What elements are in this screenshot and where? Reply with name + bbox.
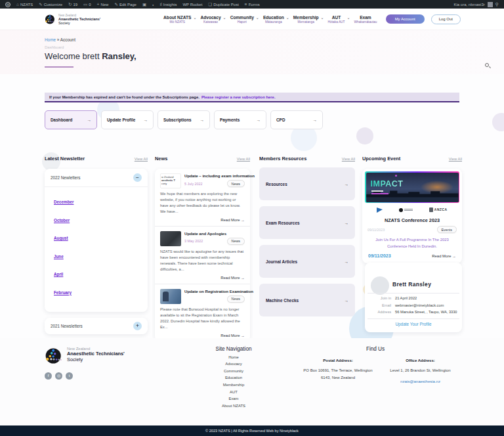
arrow-right-icon: → <box>257 118 261 122</box>
newsletter-view-all-link[interactable]: View All <box>135 157 148 161</box>
accordion-header-2022[interactable]: 2022 Newletters − <box>45 169 148 187</box>
news-date: 5 July 2022 <box>184 182 203 186</box>
avatar <box>488 2 493 7</box>
admin-comments-link[interactable]: 0 <box>83 2 91 7</box>
list-item: October <box>54 213 148 225</box>
tab-cpd[interactable]: CPD→ <box>270 110 323 129</box>
section-title: Upcoming Event <box>362 156 400 162</box>
news-item[interactable]: Update on Registration Examination News … <box>155 284 250 341</box>
dot-icon <box>152 3 154 7</box>
plus-icon <box>97 2 100 7</box>
footer-link-community[interactable]: Community <box>188 369 280 373</box>
news-excerpt: NZATS would like to apologise for any is… <box>160 249 245 272</box>
resource-card-exam-resources[interactable]: Exam Resources→ <box>259 206 355 239</box>
sponsor-logo-icon <box>377 207 383 213</box>
resources-view-all-link[interactable]: View All <box>342 157 355 161</box>
instagram-icon[interactable]: ◎ <box>55 372 62 380</box>
footer-link-exam[interactable]: Exam <box>188 397 280 401</box>
arrow-right-icon: → <box>313 118 318 122</box>
collapse-icon[interactable]: − <box>133 173 142 182</box>
tab-subscriptions[interactable]: Subscriptions→ <box>158 110 210 129</box>
footer-link-education[interactable]: Education <box>188 376 280 380</box>
tab-update-profile[interactable]: Update Profile→ <box>101 110 154 129</box>
nav-aut[interactable]: AUT Hōtaka AUT <box>328 15 345 24</box>
twitter-icon[interactable]: t <box>66 372 73 380</box>
wp-logo-icon[interactable]: W <box>5 2 10 7</box>
expand-icon[interactable]: + <box>133 322 142 330</box>
nav-about-nzats[interactable]: About NZATS Mō NZATS <box>163 15 191 24</box>
news-excerpt: We hope that members are exploring the n… <box>160 191 245 215</box>
newsletter-month-february[interactable]: February <box>54 290 72 295</box>
footer-link-advocacy[interactable]: Advocacy <box>188 362 280 366</box>
customize-icon <box>39 2 42 7</box>
admin-status-dot-icon[interactable] <box>152 3 154 7</box>
nzats-logo-icon <box>399 208 413 212</box>
newsletter-month-december[interactable]: December <box>54 200 74 204</box>
newsletter-accordion-2021[interactable]: 2021 Newsletters + <box>45 318 148 334</box>
read-more-link[interactable]: Read More → <box>160 276 245 280</box>
footer-link-aut[interactable]: AUT <box>188 390 280 394</box>
nav-exam[interactable]: Exam Whakamātautau <box>354 15 377 24</box>
list-item: April <box>54 267 148 278</box>
admin-updates-link[interactable]: 19 <box>68 2 77 7</box>
admin-edit-page-link[interactable]: Edit Page <box>114 2 136 7</box>
nav-community[interactable]: Community Hapori <box>230 15 254 24</box>
nav-advocacy[interactable]: Advocacy Kaiwawao <box>200 15 220 24</box>
nzats-logo-icon <box>45 14 56 25</box>
admin-customize-link[interactable]: Customize <box>39 2 62 7</box>
event-view-all-link[interactable]: View All <box>449 157 462 161</box>
newsletter-accordion-2022: 2022 Newletters − December October Augus… <box>45 169 148 312</box>
site-logo[interactable]: New Zealand Anaesthetic Technicians' Soc… <box>45 14 100 25</box>
newsletter-month-august[interactable]: August <box>54 236 68 240</box>
news-item[interactable]: Update and Apologies 3 May 2022 News NZA… <box>155 226 250 284</box>
register-subscription-link[interactable]: Please register a new subscription here. <box>201 95 276 99</box>
update-profile-link[interactable]: Update Your Profile <box>365 322 462 326</box>
footer-link-about-nzats[interactable]: About NZATS <box>188 404 280 408</box>
news-thumbnail: w Zealand aesthetic T ciety <box>160 173 181 188</box>
read-more-link[interactable]: Read More → <box>432 254 456 258</box>
nav-education[interactable]: Education Mātauranga <box>263 15 284 24</box>
site-footer: New Zealand Anaesthetic Technicians' Soc… <box>0 338 504 425</box>
footer-link-home[interactable]: Home <box>188 355 280 359</box>
page-eyebrow: Dashboard <box>45 45 64 49</box>
news-item[interactable]: w Zealand aesthetic T ciety Update – inc… <box>155 169 250 226</box>
tab-dashboard[interactable]: Dashboard→ <box>45 110 97 129</box>
wp-admin-bar: W NZATS Customize 19 0 New Edit Page Ins… <box>0 0 504 9</box>
footer-email-link[interactable]: nzats@anaesthesia.nz <box>366 380 474 383</box>
admin-duplicate-post-link[interactable]: Duplicate Post <box>208 2 239 7</box>
facebook-icon[interactable]: f <box>45 372 52 380</box>
admin-insights-link[interactable]: Insights <box>159 2 177 7</box>
my-account-button[interactable]: My Account <box>386 14 425 24</box>
newsletter-month-june[interactable]: June <box>54 254 64 259</box>
profile-row-email: Email webmaster@ninetyblack.com <box>369 303 458 307</box>
title-underline <box>45 66 74 68</box>
nav-membership[interactable]: Membership Mematanga <box>293 15 319 24</box>
event-card[interactable]: IMPACT ANZCA NZATS Conference 2023 09/11… <box>362 169 462 263</box>
edit-icon <box>114 2 117 7</box>
resource-card-resources[interactable]: Resources→ <box>259 167 355 200</box>
resource-card-journal-articles[interactable]: Journal Articles→ <box>259 245 355 278</box>
search-icon[interactable] <box>495 2 499 7</box>
admin-site-link[interactable]: NZATS <box>16 2 33 7</box>
page-title: Welcome brett Ransley, <box>45 51 136 61</box>
breadcrumb-home-link[interactable]: Home <box>45 37 56 42</box>
read-more-link[interactable]: Read More → <box>160 334 245 338</box>
admin-new-link[interactable]: New <box>97 2 109 7</box>
profile-row-join: Join in 21 April 2022 <box>369 296 458 300</box>
footer-link-membership[interactable]: Membership <box>188 383 280 387</box>
event-date-link[interactable]: 09/11/2023 <box>368 253 391 258</box>
read-more-link[interactable]: Read More → <box>160 218 245 222</box>
admin-wp-rocket-link[interactable]: WP Rocket <box>182 3 202 7</box>
admin-plugin-icon[interactable] <box>142 2 146 7</box>
clipboard-icon <box>142 2 146 7</box>
tab-payments[interactable]: Payments→ <box>214 110 266 129</box>
site-header: New Zealand Anaesthetic Technicians' Soc… <box>0 9 504 30</box>
news-view-all-link[interactable]: View All <box>237 157 250 161</box>
log-out-button[interactable]: Log Out <box>431 14 461 24</box>
search-icon[interactable] <box>485 63 492 70</box>
newsletter-month-april[interactable]: April <box>54 272 63 276</box>
newsletter-month-october[interactable]: October <box>54 218 70 223</box>
admin-forms-link[interactable]: Forms <box>245 2 260 7</box>
resource-card-machine-checks[interactable]: Machine Checks→ <box>259 284 355 316</box>
admin-greeting[interactable]: Kia ora, nbmast3r <box>454 3 485 7</box>
